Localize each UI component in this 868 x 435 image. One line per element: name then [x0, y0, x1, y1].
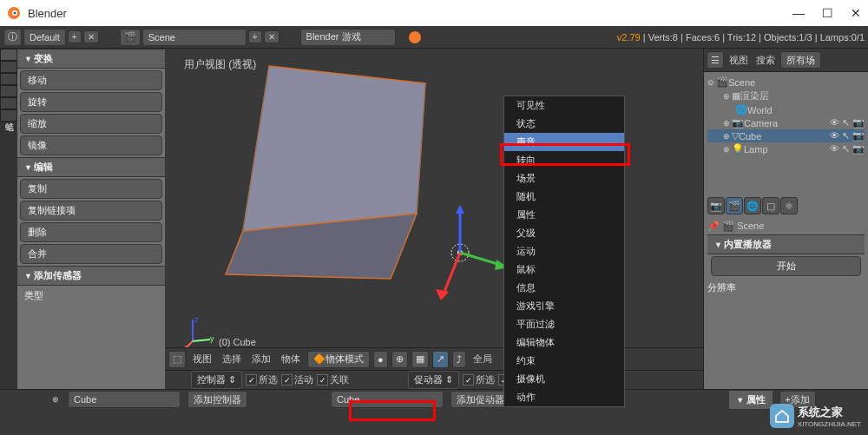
ctx-action[interactable]: 动作 [504, 388, 624, 406]
svg-line-14 [443, 253, 460, 296]
scene-add-button[interactable]: + [248, 30, 262, 43]
add-menu[interactable]: 添加 [248, 353, 274, 366]
stats-text: v2.79 | Verts:8 | Faces:6 | Tris:12 | Ob… [617, 32, 865, 43]
orientation-label[interactable]: 全局 [470, 353, 496, 366]
start-button[interactable]: 开始 [711, 256, 862, 276]
maximize-button[interactable]: ☐ [822, 6, 833, 20]
tree-scene: ⊖🎬 Scene [707, 76, 865, 89]
blender-icon [7, 6, 21, 20]
ctx-motion[interactable]: 运动 [504, 242, 624, 260]
layout-add-button[interactable]: + [68, 30, 82, 43]
tree-world: 🌐 World [707, 103, 865, 116]
tree-camera: ⊕📷 Camera👁 ↖ 📷 [707, 116, 865, 129]
add-sensor-header[interactable]: 添加传感器 [17, 266, 165, 286]
outliner-filter-dropdown[interactable]: 所有场 [780, 51, 821, 69]
svg-marker-11 [456, 205, 464, 214]
tab-grease[interactable]: 蜡笔 [0, 109, 17, 122]
axis-gizmo: z y x [184, 315, 219, 350]
svg-point-2 [14, 12, 16, 15]
scene-remove-button[interactable]: ✕ [264, 30, 279, 43]
ctx-message[interactable]: 信息 [504, 279, 624, 297]
curve-icon[interactable]: ⤴ [452, 351, 466, 368]
prop-tab-world[interactable]: 🌐 [744, 197, 761, 214]
duplicate-button[interactable]: 复制 [20, 179, 161, 199]
edit-panel-header[interactable]: 编辑 [17, 157, 165, 177]
ctx-filter2d[interactable]: 平面过滤 [504, 315, 624, 333]
layout-dropdown[interactable]: Default [23, 29, 66, 46]
outliner-search-menu[interactable]: 搜索 [753, 54, 778, 67]
editor-type-3d-icon[interactable]: ⬚ [168, 351, 186, 368]
svg-marker-15 [436, 289, 449, 300]
object-label: (0) Cube [219, 337, 256, 347]
mode-dropdown[interactable]: 🔶 物体模式 [307, 351, 370, 368]
tool-tabs: 工具 创建 关系 动画 物理 蜡笔 [0, 49, 17, 389]
tab-create[interactable]: 创建 [0, 61, 17, 73]
ctx-camera[interactable]: 摄像机 [504, 370, 624, 388]
sel-checkbox-1[interactable]: ✓所选 [246, 373, 278, 386]
ctx-property[interactable]: 属性 [504, 206, 624, 224]
type-label: 类型 [17, 286, 165, 306]
prop-tab-scene[interactable]: 🎬 [726, 197, 743, 214]
editor-type-icon[interactable]: ⓘ [3, 29, 22, 46]
tab-tools[interactable]: 工具 [0, 49, 17, 61]
ctx-editobject[interactable]: 编辑物体 [504, 333, 624, 352]
rotate-button[interactable]: 旋转 [20, 92, 161, 112]
add-controller-button[interactable]: 添加控制器 [187, 391, 247, 408]
translate-button[interactable]: 移动 [20, 70, 161, 90]
tab-animation[interactable]: 动画 [0, 85, 17, 97]
scene-crumb[interactable]: Scene [737, 221, 764, 231]
blender-logo-icon [408, 30, 422, 44]
actuator-dropdown[interactable]: 促动器 ⇕ [408, 371, 459, 389]
svg-line-18 [193, 339, 210, 341]
outliner-icon[interactable]: ☰ [707, 51, 724, 69]
engine-dropdown[interactable]: Blender 游戏 [300, 29, 396, 46]
ctx-state[interactable]: 状态 [504, 115, 624, 133]
prop-tab-render[interactable]: 📷 [707, 197, 725, 214]
act-checkbox-1[interactable]: ✓活动 [281, 373, 313, 386]
link-checkbox[interactable]: ✓关联 [317, 373, 349, 386]
ctx-mouse[interactable]: 鼠标 [504, 260, 624, 279]
tab-physics[interactable]: 物理 [0, 97, 17, 109]
join-button[interactable]: 合并 [20, 244, 161, 264]
object-menu[interactable]: 物体 [278, 353, 304, 366]
mirror-button[interactable]: 镜像 [20, 135, 161, 155]
ctx-scene[interactable]: 场景 [504, 169, 624, 188]
sel-checkbox-2[interactable]: ✓所选 [463, 373, 495, 386]
tool-panel: 变换 移动 旋转 缩放 镜像 编辑 复制 复制链接项 删除 合并 添加传感器 类… [17, 49, 165, 389]
view-menu[interactable]: 视图 [189, 353, 215, 366]
delete-button[interactable]: 删除 [20, 222, 161, 242]
tab-relations[interactable]: 关系 [0, 73, 17, 85]
manipulator-icon[interactable]: ↗ [432, 351, 449, 368]
minimize-button[interactable]: — [792, 6, 805, 20]
select-menu[interactable]: 选择 [219, 353, 245, 366]
attrs-header[interactable]: 属性 [729, 390, 772, 410]
controller-dropdown[interactable]: 控制器 ⇕ [191, 371, 242, 389]
close-button[interactable]: ✕ [851, 6, 861, 20]
cube-controller[interactable]: Cube [68, 391, 181, 408]
scene-icon[interactable]: 🎬 [120, 29, 141, 46]
layers-icon[interactable]: ▦ [411, 351, 429, 368]
layout-remove-button[interactable]: ✕ [83, 30, 99, 43]
outliner-view-menu[interactable]: 视图 [727, 54, 751, 67]
ctx-visibility[interactable]: 可见性 [504, 96, 624, 115]
add-actuator-button[interactable]: 添加促动器 [450, 391, 510, 408]
ctx-random[interactable]: 随机 [504, 188, 624, 206]
ctx-constraint[interactable]: 约束 [504, 352, 624, 370]
transform-panel-header[interactable]: 变换 [17, 49, 165, 69]
properties-panel: 📷 🎬 🌐 ▢ ⚛ 📌 🎬 Scene 内置播放器 开始 分辨率 [704, 194, 868, 389]
manipulator-gizmo[interactable] [408, 201, 512, 305]
actuator-context-menu: 可见性 状态 声音 转向 场景 随机 属性 父级 运动 鼠标 信息 游戏引擎 平… [503, 96, 625, 407]
pivot-icon[interactable]: ⊕ [391, 351, 408, 368]
scene-dropdown[interactable]: Scene [142, 29, 247, 46]
scale-button[interactable]: 缩放 [20, 114, 161, 134]
prop-tab-object[interactable]: ▢ [762, 197, 779, 214]
tree-render-layers: ⊕▦ 渲染层 [707, 89, 865, 103]
duplicate-linked-button[interactable]: 复制链接项 [20, 201, 161, 221]
player-panel-header[interactable]: 内置播放器 [707, 234, 865, 254]
ctx-parent[interactable]: 父级 [504, 224, 624, 242]
prop-tab-physics[interactable]: ⚛ [780, 197, 798, 214]
ctx-game[interactable]: 游戏引擎 [504, 297, 624, 315]
resolution-label: 分辨率 [707, 278, 865, 298]
outliner-tree[interactable]: ⊖🎬 Scene ⊕▦ 渲染层 🌐 World ⊕📷 Camera👁 ↖ 📷 ⊕… [704, 72, 868, 194]
shading-solid-icon[interactable]: ● [373, 351, 388, 368]
